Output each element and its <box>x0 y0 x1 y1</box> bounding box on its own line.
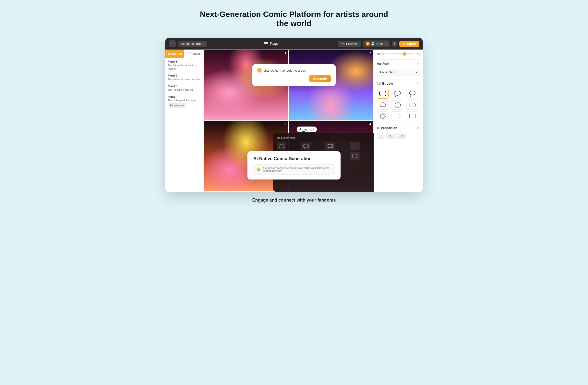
svg-point-7 <box>409 91 415 95</box>
bubble-section-title: 💬 Bubble <box>377 82 393 85</box>
panel-list: Panel 1 The Prince the wir sat in a look… <box>165 58 203 191</box>
proportion-section-header: ⊞ Proportion ✕ <box>377 124 420 131</box>
proportion-buttons: 1:1 4:3 16:9 <box>377 133 420 138</box>
prompt-bar-text: A princess dressed a beautiful red skirt… <box>263 166 332 172</box>
panel-number-4: 4 <box>369 123 371 126</box>
proportion-close-button[interactable]: ✕ <box>417 126 420 130</box>
left-sidebar: ⊞ Caption ○ Prompts Panel 1 The Prince t… <box>165 49 203 192</box>
dark-bubble-item[interactable] <box>350 142 360 150</box>
share-icon: ↗ <box>403 42 405 45</box>
nav-right: 👁 Preview 0 💾 Save as ▾ ↗ Share <box>338 41 419 47</box>
list-item: Panel 4 The pri laughed their eyes Re-ge… <box>168 95 201 108</box>
panel-text: The Pri the wir street, street a <box>168 78 201 81</box>
bottom-text: Engage and connect with your fandoms <box>252 198 336 203</box>
bubble-option-spiky[interactable] <box>377 111 389 121</box>
panel-text: The Prince the wir sat in a looking <box>168 64 201 71</box>
feature-card: AI-Native Comic Generation 😊 A princess … <box>248 151 340 180</box>
font-section-title: Aa Font <box>377 62 389 66</box>
bubble-option-jagged[interactable] <box>392 100 403 110</box>
app-window: ← All comic stripes Page 1 👁 Preview 0 💾… <box>165 38 423 192</box>
panel-label: Panel 3 <box>168 85 201 88</box>
svg-point-0 <box>279 144 284 148</box>
proportion-4-3[interactable]: 4:3 <box>386 133 395 138</box>
panel-number-2: 2 <box>369 52 371 55</box>
zoom-thumb[interactable] <box>403 52 406 56</box>
top-bar: ← All comic stripes Page 1 👁 Preview 0 💾… <box>165 38 423 49</box>
bubble-section-header: 💬 Bubble ✕ <box>377 79 420 87</box>
page-label: Page 1 <box>270 42 281 45</box>
sidebar-tabs: ⊞ Caption ○ Prompts <box>165 49 203 58</box>
font-select[interactable]: Avenir Next ▾ <box>377 69 420 76</box>
list-item: Panel 1 The Prince the wir sat in a look… <box>168 60 201 71</box>
proportion-16-9[interactable]: 16:9 <box>396 133 406 138</box>
font-close-button[interactable]: ✕ <box>417 62 420 66</box>
proportion-1-1[interactable]: 1:1 <box>377 133 385 138</box>
chevron-down-icon: ▾ <box>416 71 417 74</box>
dark-bubble-item[interactable] <box>277 142 286 150</box>
page-title: Next-Generation Comic Platform for artis… <box>196 10 392 28</box>
save-dropdown-button[interactable]: ▾ <box>392 41 397 46</box>
caption-icon: ⊞ <box>168 52 170 55</box>
panel-label: Panel 2 <box>168 74 201 77</box>
feature-title: AI-Native Comic Generation <box>253 156 335 161</box>
dark-panel-title: the bubble style: <box>277 136 373 139</box>
svg-point-6 <box>394 91 400 95</box>
panel-label: Panel 1 <box>168 60 201 63</box>
emoji-icon: 😊 <box>256 167 261 171</box>
share-button[interactable]: ↗ Share <box>399 41 419 47</box>
svg-point-9 <box>410 96 411 97</box>
all-comic-button[interactable]: All comic stripes <box>178 41 207 46</box>
dark-bubble-item[interactable] <box>325 142 335 150</box>
bubble-grid <box>377 89 420 121</box>
svg-rect-5 <box>379 91 386 96</box>
svg-point-10 <box>409 103 416 107</box>
bubble-close-button[interactable]: ✕ <box>417 81 420 85</box>
zoom-track[interactable] <box>385 53 414 54</box>
back-button[interactable]: ← <box>169 40 176 47</box>
panel-number-3: 3 <box>285 123 286 126</box>
list-item: Panel 3 The Pri eagerly rapt att <box>168 85 201 92</box>
bubble-icon: 💬 <box>377 82 381 85</box>
tab-caption[interactable]: ⊞ Caption <box>165 49 184 58</box>
main-area: ⊞ Caption ○ Prompts Panel 1 The Prince t… <box>165 49 423 192</box>
font-section-header: Aa Font ✕ <box>377 59 420 67</box>
regenerate-button[interactable]: Re-generate <box>168 103 186 108</box>
hamburger-icon[interactable] <box>264 42 268 45</box>
nav-center: Page 1 <box>210 42 336 45</box>
proportion-section-title: ⊞ Proportion <box>377 126 397 130</box>
right-sidebar: 100% 0% Aa Font ✕ Avenir Next ▾ <box>374 49 423 192</box>
svg-point-11 <box>395 114 400 118</box>
prompt-text: change her hair color to green <box>264 69 331 72</box>
list-item: Panel 2 The Pri the wir street, street a <box>168 74 201 81</box>
bubble-option-cloud[interactable] <box>377 100 389 110</box>
panel-label: Panel 4 <box>168 95 201 98</box>
prompt-overlay: ✦ change her hair color to green Generat… <box>252 64 336 86</box>
prompt-input-row: ✦ change her hair color to green <box>257 68 331 73</box>
save-icon: 💾 <box>371 42 375 45</box>
bubble-option-rounded[interactable] <box>377 89 389 99</box>
save-button[interactable]: 0 💾 Save as <box>363 41 390 47</box>
save-badge: 0 <box>366 42 370 45</box>
canvas-area: 1 2 3 4 Amazing~ <box>203 49 374 192</box>
svg-rect-12 <box>409 114 415 118</box>
bubble-option-speech[interactable] <box>392 89 403 99</box>
zoom-min-label: 100% <box>377 52 384 55</box>
preview-button[interactable]: 👁 Preview <box>338 41 361 47</box>
proportion-icon: ⊞ <box>377 126 379 130</box>
prompt-bar: 😊 A princess dressed a beautiful red ski… <box>253 164 335 175</box>
zoom-bar: 100% 0% <box>377 52 420 55</box>
panel-text: The Pri eagerly rapt att <box>168 88 201 92</box>
bubble-option-dotted[interactable] <box>392 111 403 121</box>
prompts-icon: ○ <box>187 52 189 55</box>
eye-icon: 👁 <box>341 42 345 45</box>
bubble-option-dashed[interactable] <box>406 100 418 110</box>
magic-icon: ✦ <box>257 68 262 73</box>
generate-button[interactable]: Generate <box>309 75 331 82</box>
bubble-option-thought[interactable] <box>406 89 418 99</box>
tab-prompts[interactable]: ○ Prompts <box>184 49 203 58</box>
dark-bubble-item[interactable] <box>350 152 360 160</box>
dark-bubble-item[interactable] <box>301 142 311 150</box>
bubble-option-rect[interactable] <box>406 111 418 121</box>
zoom-max-label: 0% <box>416 52 420 55</box>
panel-text: The pri laughed their eyes <box>168 99 201 102</box>
